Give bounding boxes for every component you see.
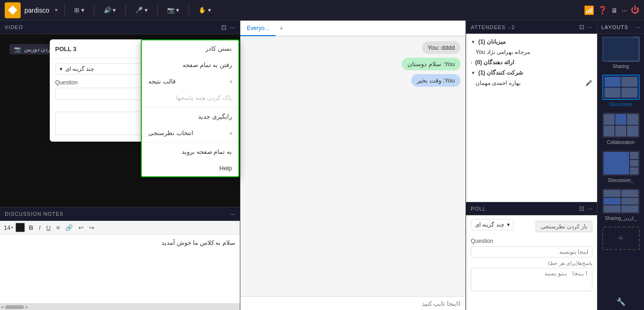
layout-shr2-cell-1	[604, 190, 621, 197]
hosts-group-header[interactable]: ▼ میزبانان (1)	[466, 37, 597, 47]
ctx-select-poll[interactable]: › انتخاب نظرسنجی	[142, 125, 238, 141]
chat-tab-add-button[interactable]: +	[276, 21, 287, 36]
poll-panel-open-button[interactable]: باز کردن نظرسنجی	[536, 221, 592, 232]
ctx-new-poll[interactable]: رایگیری جدید	[142, 108, 238, 125]
italic-button[interactable]: I	[37, 223, 43, 232]
layout-sharing[interactable]: Sharing	[598, 34, 644, 72]
participant-name-1: بهاره احمدی مهمان	[475, 80, 521, 86]
wrench-icon[interactable]: 🔧	[598, 294, 644, 310]
chat-input[interactable]	[245, 300, 458, 307]
ctx-fullscreen[interactable]: رفتن به تمام صفحه	[142, 57, 238, 73]
layout-cell-4	[621, 88, 637, 98]
chat-message-1: You: dddd	[422, 41, 460, 54]
poll-panel-chevron-icon: ▾	[507, 221, 510, 228]
presenters-group-header[interactable]: › ارائه دهندگان (0)	[466, 57, 597, 68]
more-options-icon[interactable]: ···	[621, 7, 627, 14]
layouts-more-icon[interactable]: ···	[635, 23, 640, 30]
video-screen-icon[interactable]: ⊡	[221, 23, 227, 31]
mic-icon[interactable]: 🎤 ▾	[132, 5, 151, 15]
scroll-left-indicator: ◂	[1, 304, 3, 310]
attendees-more-icon[interactable]: ···	[587, 23, 592, 30]
notes-more-icon[interactable]: ···	[230, 210, 235, 218]
notes-content[interactable]: سلام به کلاس ما خوش آمدید	[0, 234, 240, 303]
right-panels: ATTENDEES - 2 ⊡ ··· ▼ میزبانان (1) مرجان…	[466, 21, 597, 310]
layout-discussion2[interactable]: Discussion_	[598, 148, 644, 186]
ctx-separator-2	[142, 142, 238, 143]
scrollbar-thumb[interactable]	[5, 305, 24, 309]
close-icon[interactable]: ⏻	[631, 5, 639, 15]
mic-group: 🎤 ▾	[132, 5, 151, 15]
layout-shr2-cell-5	[604, 205, 621, 212]
redo-button[interactable]: ↪	[87, 223, 96, 232]
hand-group: ✋ ▾	[196, 5, 214, 15]
poll-type-label: چند گزینه ای	[65, 66, 94, 72]
separator-2	[94, 5, 94, 16]
layout-shr2-cell-2	[621, 190, 638, 197]
font-size-control[interactable]: 14 ▾	[4, 224, 14, 231]
layout-cell-3	[605, 88, 621, 98]
poll-panel-answer-input[interactable]	[471, 268, 592, 291]
layout-collaboration[interactable]: Collaboration	[598, 110, 644, 148]
layout-collab-cell-2	[615, 114, 626, 125]
layout-discussion-thumb	[602, 75, 640, 100]
separator-5	[189, 5, 189, 16]
attendees-screen-icon[interactable]: ⊡	[579, 23, 584, 30]
attendees-title: ATTENDEES	[471, 24, 506, 30]
poll-panel-type-select[interactable]: ▾ چند گزینه ای	[471, 219, 514, 230]
text-color-picker[interactable]	[15, 223, 25, 232]
poll-panel: POLL ⊡ ··· ▾ چند گزینه ای باز کردن نظرسن…	[466, 202, 597, 310]
layout-collab-cell-6	[627, 126, 638, 136]
layout-collab-cell-1	[604, 114, 614, 125]
main-layout: VIDEO ⊡ ··· 📷 روشن کردن دوربین POLL 3 ⊡ …	[0, 21, 644, 310]
undo-button[interactable]: ↩	[77, 223, 85, 232]
camera-icon[interactable]: 📷 ▾	[164, 5, 183, 15]
participants-label: شرکت کنندگان (1)	[478, 69, 523, 76]
underline-button[interactable]: U	[44, 223, 52, 232]
hosts-chevron-icon: ▼	[471, 39, 475, 45]
font-size-chevron-icon: ▾	[11, 225, 14, 230]
poll-panel-more-icon[interactable]: ···	[587, 205, 592, 212]
notes-area: DISCUSSION NOTES ··· 14 ▾ B I U ≡ 🔗 ↩ ↪ …	[0, 207, 240, 310]
help-icon[interactable]: ❓	[598, 6, 607, 15]
chat-tabs: Everyo... +	[240, 21, 465, 37]
ctx-clear-answers[interactable]: پاک کردن همه پاسخها	[142, 90, 238, 106]
video-more-icon[interactable]: ···	[230, 23, 235, 31]
bold-button[interactable]: B	[27, 223, 35, 232]
poll-panel-question-input[interactable]	[471, 246, 592, 257]
layout-discussion2-thumb	[602, 151, 640, 176]
layout-sharing2[interactable]: Sharing_کردن_	[598, 186, 644, 224]
chat-tab-everyone[interactable]: Everyo...	[240, 21, 276, 36]
layout-sharing-label: Sharing	[613, 64, 629, 69]
list-button[interactable]: ≡	[54, 223, 62, 232]
chat-messages: You: dddd You: سلام دوستان You: وقت بخیر	[240, 37, 465, 296]
layout-shr2-cell-4	[621, 198, 638, 205]
app-logo	[5, 2, 21, 18]
brand-chevron-icon[interactable]: ▾	[55, 7, 58, 13]
participants-group-header[interactable]: ▼ شرکت کنندگان (1)	[466, 68, 597, 78]
ctx-go-fullpage[interactable]: به تمام صفحه بروید	[142, 144, 238, 160]
video-area: VIDEO ⊡ ··· 📷 روشن کردن دوربین POLL 3 ⊡ …	[0, 21, 240, 207]
layout-shr2-cell-3	[604, 198, 621, 205]
ctx-help[interactable]: Help	[142, 160, 238, 176]
audio-icon[interactable]: 🔊 ▾	[101, 5, 119, 15]
add-layout-button[interactable]: +	[602, 227, 640, 250]
ctx-result-template-label: قالب نتیجه	[148, 78, 176, 85]
chat-message-3: You: وقت بخیر	[411, 74, 460, 87]
layout-disc2-cell-4	[630, 167, 638, 174]
layout-discussion[interactable]: Discussion	[598, 72, 644, 110]
hand-icon[interactable]: ✋ ▾	[196, 5, 214, 15]
separator-4	[157, 5, 158, 16]
ctx-close-frame[interactable]: بستن کادر	[142, 40, 238, 57]
notes-horizontal-scrollbar[interactable]: ◂ ▸	[0, 303, 240, 310]
poll-panel-screen-icon[interactable]: ⊡	[579, 205, 584, 212]
monitor-icon[interactable]: 🖥	[611, 7, 618, 14]
chat-bubble-1: You: dddd	[422, 41, 460, 54]
separator-3	[125, 5, 126, 16]
link-button[interactable]: 🔗	[63, 223, 75, 232]
ctx-select-poll-label: انتخاب نظرسنجی	[148, 129, 193, 136]
ctx-help-label: Help	[219, 165, 232, 172]
layout-shr2-cell-6	[621, 205, 638, 212]
ctx-result-template[interactable]: › قالب نتیجه	[142, 73, 238, 90]
apps-icon[interactable]: ⊞ ▾	[71, 5, 87, 15]
layout-disc2-cell-3	[630, 160, 638, 167]
